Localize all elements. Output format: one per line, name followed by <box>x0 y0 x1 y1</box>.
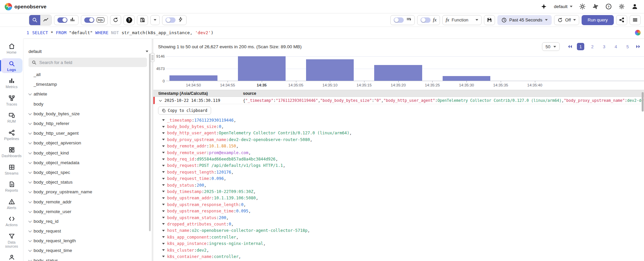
sql-query-text[interactable]: SELECT * FROM "default" WHERE NOT str_ma… <box>32 30 632 35</box>
json-field-row-body_proxy_upstream_name[interactable]: body_proxy_upstream_name:dev2-dev2-openo… <box>158 136 644 143</box>
settings-gear-icon[interactable] <box>618 3 625 10</box>
page-button-3[interactable]: 3 <box>600 43 608 50</box>
field-item-body_status[interactable]: body_status <box>29 256 152 261</box>
json-field-row-body_timestamp[interactable]: body_timestamp:2025-10-22T09:05:30Z, <box>158 188 644 195</box>
json-field-row-body_upstream_status[interactable]: body_upstream_status:200, <box>158 214 644 221</box>
events-histogram[interactable]: 14:34:5014:34:5514:3514:35:0514:35:1014:… <box>153 55 644 88</box>
run-query-button[interactable]: Run query <box>582 15 614 25</box>
chevron-down-icon[interactable] <box>162 236 165 238</box>
chevron-down-icon[interactable] <box>162 197 165 199</box>
chevron-down-icon[interactable] <box>162 126 165 128</box>
chevron-down-icon[interactable] <box>29 190 32 193</box>
chevron-down-icon[interactable] <box>162 119 165 121</box>
chevron-down-icon[interactable] <box>29 161 32 164</box>
nav-item-alerts[interactable]: Alerts <box>1 197 22 211</box>
field-item-body_body_bytes_size[interactable]: body_body_bytes_size <box>29 109 152 119</box>
per-page-select[interactable]: 50 <box>542 42 560 51</box>
json-field-row-k8s_app_instance[interactable]: k8s_app_instance:ingress-nginx-internal, <box>158 240 644 247</box>
json-field-row-body_upstream_addr[interactable]: body_upstream_addr:10.1.139.106:5080, <box>158 195 644 201</box>
nav-item-iam[interactable]: IAM <box>1 252 22 261</box>
auto-refresh-select[interactable]: Off <box>554 15 579 25</box>
field-item-body_object_kind[interactable]: body_object_kind <box>29 148 152 158</box>
field-item-body_proxy_upstream_name[interactable]: body_proxy_upstream_name <box>29 187 152 197</box>
json-field-row-body_request_length[interactable]: body_request_length:120176, <box>158 169 644 175</box>
page-button-1[interactable]: 1 <box>577 43 584 50</box>
json-field-row-k8s_cluster[interactable]: k8s_cluster:dev2, <box>158 247 644 253</box>
chevron-down-icon[interactable] <box>162 204 165 205</box>
json-field-row-host_name[interactable]: host_name:o2c-openobserve-collector-agen… <box>158 227 644 234</box>
chevron-down-icon[interactable] <box>29 200 32 203</box>
chevron-down-icon[interactable] <box>29 92 32 95</box>
sql-query-editor[interactable]: 1 SELECT * FROM "default" WHERE NOT str_… <box>23 27 644 39</box>
json-field-row-dropped_attributes_count[interactable]: dropped_attributes_count:0, <box>158 221 644 227</box>
histogram-bar[interactable] <box>443 76 490 81</box>
last-page-button[interactable] <box>636 45 641 49</box>
chevron-down-icon[interactable] <box>29 132 32 135</box>
field-item-body_remote_user[interactable]: body_remote_user <box>29 207 152 216</box>
chevron-down-icon[interactable] <box>162 184 165 186</box>
user-profile-icon[interactable] <box>632 3 638 10</box>
histogram-bar[interactable] <box>374 65 422 81</box>
chevron-down-icon[interactable] <box>29 239 32 242</box>
chevron-down-icon[interactable] <box>162 191 165 192</box>
chevron-down-icon[interactable] <box>29 122 32 125</box>
json-field-row-body_status[interactable]: body_status:200, <box>158 182 644 188</box>
json-field-row-body_http_user_agent[interactable]: body_http_user_agent:OpenTelemetry Colle… <box>158 130 644 136</box>
time-range-picker[interactable]: Past 45 Seconds <box>497 15 552 25</box>
histogram-toggle[interactable] <box>57 17 67 23</box>
nav-item-traces[interactable]: Traces <box>1 93 22 108</box>
org-selector[interactable]: default <box>554 4 573 9</box>
chevron-down-icon[interactable] <box>29 151 32 154</box>
ai-assistant-icon[interactable] <box>635 30 641 36</box>
json-field-row-body_remote_user[interactable]: body_remote_user:prom@example.com, <box>158 149 644 156</box>
json-field-row-body_upstream_response_time[interactable]: body_upstream_response_time:0.095, <box>158 208 644 214</box>
json-field-row-body_remote_addr[interactable]: body_remote_addr:10.1.88.150, <box>158 143 644 149</box>
function-select[interactable]: fx Function <box>442 15 482 25</box>
chevron-down-icon[interactable] <box>162 256 165 257</box>
chevron-down-icon[interactable] <box>162 210 165 212</box>
column-header-source[interactable]: source <box>240 91 644 96</box>
chevron-down-icon[interactable] <box>162 217 165 218</box>
chevron-down-icon[interactable] <box>162 132 165 134</box>
field-item-_all[interactable]: _all <box>29 70 152 79</box>
json-field-row-k8s_app_component[interactable]: k8s_app_component:controller, <box>158 234 644 240</box>
field-item-body_http_referer[interactable]: body_http_referer <box>29 119 152 128</box>
chevron-down-icon[interactable] <box>162 145 165 147</box>
nav-item-rum[interactable]: RUM <box>1 110 22 125</box>
chevron-down-icon[interactable] <box>29 220 32 223</box>
fields-scrollbar[interactable] <box>149 54 151 231</box>
field-item-body_object_apiversion[interactable]: body_object_apiversion <box>29 138 152 148</box>
chevron-down-icon[interactable] <box>162 178 165 180</box>
nav-item-dashboards[interactable]: Dashboards <box>1 145 22 159</box>
chevron-down-icon[interactable] <box>29 210 32 213</box>
field-item-body_remote_addr[interactable]: body_remote_addr <box>29 197 152 206</box>
chevron-down-icon[interactable] <box>29 141 32 144</box>
query-help-button[interactable]: ? <box>123 15 135 25</box>
slack-icon[interactable] <box>592 3 599 10</box>
chevron-down-icon[interactable] <box>162 249 165 251</box>
page-scrollbar[interactable] <box>642 92 644 112</box>
field-item-body_request_time[interactable]: body_request_time <box>29 246 152 255</box>
nav-item-logs[interactable]: Logs <box>1 59 22 73</box>
vrl-function-toggle[interactable] <box>420 17 431 23</box>
json-field-row-body_req_id[interactable]: body_req_id:d95584ad66eedb857ad8a4bc3844… <box>158 156 644 162</box>
chevron-down-icon[interactable] <box>29 112 32 115</box>
page-button-2[interactable]: 2 <box>589 43 596 50</box>
page-button-4[interactable]: 4 <box>612 43 620 50</box>
field-item-body_req_id[interactable]: body_req_id <box>29 216 152 226</box>
chevron-down-icon[interactable] <box>29 181 32 184</box>
sql-mode-toggle[interactable] <box>84 17 94 23</box>
json-field-row-k8s_container_name[interactable]: k8s_container_name:controller, <box>158 253 644 260</box>
chevron-down-icon[interactable] <box>162 139 165 140</box>
chevron-down-icon[interactable] <box>162 223 165 225</box>
splitter-drag-handle[interactable] <box>150 53 155 62</box>
log-row[interactable]: 2025-10-22 14:35:30.119 {"_timestamp":"1… <box>153 97 644 104</box>
ai-sparkle-icon[interactable] <box>541 3 547 10</box>
page-button-5[interactable]: 5 <box>624 43 631 50</box>
json-field-row-_timestamp[interactable]: _timestamp:1761123930119446, <box>158 117 644 123</box>
json-field-row-body_request[interactable]: body_request:POST /api/default/v1/logs H… <box>158 162 644 169</box>
theme-toggle-icon[interactable] <box>579 3 586 10</box>
histogram-bar[interactable] <box>306 59 354 81</box>
field-item-body_request_length[interactable]: body_request_length <box>29 236 152 246</box>
saved-search-button[interactable] <box>137 15 148 25</box>
